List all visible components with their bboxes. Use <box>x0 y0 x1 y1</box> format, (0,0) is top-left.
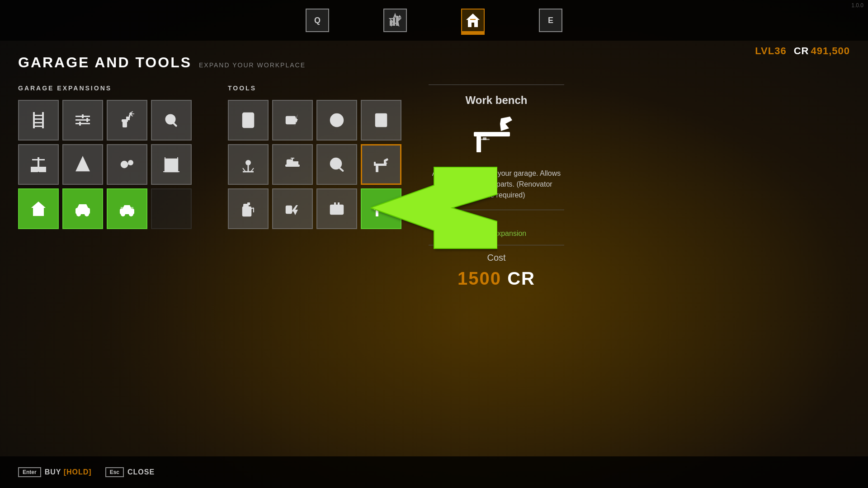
svg-rect-110 <box>332 211 342 213</box>
workbench-tool-icon <box>371 155 391 174</box>
multimeter-icon <box>371 110 391 130</box>
garage-item-empty <box>151 188 192 229</box>
tools-title: TOOLS <box>228 84 401 92</box>
expansion-link[interactable]: Garage Expansion <box>429 230 564 238</box>
svg-rect-116 <box>474 132 510 136</box>
svg-marker-7 <box>466 14 480 27</box>
svg-rect-24 <box>129 115 130 117</box>
tool-jumper[interactable] <box>272 188 313 229</box>
svg-rect-33 <box>32 159 45 160</box>
garage-item-balance[interactable] <box>18 144 59 185</box>
page-title-row: GARAGE AND TOOLS EXPAND YOUR WORKPLACE <box>18 54 850 71</box>
buy-action[interactable]: Enter BUY [HOLD] <box>18 467 92 477</box>
svg-line-28 <box>131 115 133 116</box>
svg-point-89 <box>334 161 338 166</box>
workbench-large-icon <box>469 114 524 159</box>
garage-expansions-panel: GARAGE EXPANSIONS <box>18 84 192 243</box>
svg-rect-50 <box>36 211 41 216</box>
tool-tablet[interactable] <box>228 100 269 141</box>
svg-rect-8 <box>470 19 476 20</box>
top-nav: Q E <box>0 0 868 41</box>
garage-item-ladder[interactable] <box>18 100 59 141</box>
garage-item-spray[interactable] <box>107 100 147 141</box>
nav-tab-stats[interactable] <box>383 9 407 32</box>
svg-rect-111 <box>334 202 336 206</box>
svg-rect-113 <box>374 208 387 210</box>
svg-point-62 <box>247 125 249 127</box>
svg-point-54 <box>85 212 89 216</box>
tool-lift[interactable] <box>228 144 269 185</box>
svg-rect-84 <box>287 160 292 165</box>
svg-rect-108 <box>335 206 338 210</box>
buy-label: BUY [HOLD] <box>45 468 92 476</box>
garage-item-pyramid[interactable] <box>62 144 103 185</box>
buy-key: Enter <box>18 467 41 477</box>
svg-point-78 <box>245 160 251 165</box>
balance-icon <box>28 155 48 174</box>
tool-workbench-purchased[interactable] <box>361 188 401 229</box>
garage-item-car2[interactable] <box>107 188 147 229</box>
svg-point-53 <box>77 212 80 216</box>
svg-rect-21 <box>123 121 127 127</box>
workbench-purchased-icon <box>371 199 391 219</box>
car2-icon <box>117 199 137 219</box>
svg-rect-35 <box>39 167 46 172</box>
close-key: Esc <box>105 467 124 477</box>
spray-icon <box>117 110 137 130</box>
svg-rect-65 <box>287 117 292 123</box>
svg-rect-76 <box>377 124 379 127</box>
tool-engine-scan[interactable] <box>316 144 357 185</box>
workbench-icon-area <box>429 114 564 159</box>
tool-multimeter[interactable] <box>361 100 401 141</box>
tool-disc-brake[interactable] <box>316 100 357 141</box>
svg-rect-119 <box>478 139 490 140</box>
tool-engine-block[interactable] <box>316 188 357 229</box>
nav-tab-e[interactable]: E <box>539 9 562 32</box>
svg-rect-3 <box>390 20 392 26</box>
battery-charger-icon <box>283 110 302 130</box>
garage-item-adjust[interactable] <box>62 100 103 141</box>
nav-tab-garage[interactable] <box>461 9 485 32</box>
svg-rect-75 <box>383 121 386 123</box>
svg-rect-96 <box>376 166 378 172</box>
close-label: CLOSE <box>127 468 155 476</box>
door-icon <box>161 155 181 174</box>
svg-rect-85 <box>293 162 298 164</box>
expansions-section: ▌expansions Garage Expansion <box>429 210 564 238</box>
garage-item-door[interactable] <box>151 144 192 185</box>
house-active-icon <box>28 199 48 219</box>
garage-item-car1[interactable] <box>62 188 103 229</box>
tool-engine-hoist[interactable] <box>272 144 313 185</box>
svg-rect-34 <box>31 167 38 172</box>
svg-rect-114 <box>376 210 378 216</box>
disc-brake-icon <box>327 110 347 130</box>
tool-battery-charger[interactable] <box>272 100 313 141</box>
player-hud: LVL36 CR491,500 <box>755 45 850 57</box>
svg-rect-112 <box>338 202 340 206</box>
tools-panel: TOOLS <box>228 84 401 243</box>
svg-rect-107 <box>332 206 335 210</box>
ladder-icon <box>28 110 48 130</box>
garage-item-house[interactable] <box>18 188 59 229</box>
garage-expansions-title: GARAGE EXPANSIONS <box>18 84 192 92</box>
detail-description: Adds work bench to your garage. Allows t… <box>429 168 564 201</box>
panels-row: GARAGE EXPANSIONS <box>18 84 401 243</box>
svg-rect-5 <box>396 16 398 26</box>
detail-panel: Work bench Adds work bench to your garag… <box>429 84 564 289</box>
tool-workbench-selected[interactable] <box>361 144 401 185</box>
nav-tab-q[interactable]: Q <box>306 9 329 32</box>
svg-rect-20 <box>79 122 81 126</box>
svg-rect-77 <box>380 124 382 127</box>
svg-rect-101 <box>245 209 247 211</box>
gears-icon <box>117 155 137 174</box>
car1-icon <box>73 199 93 219</box>
tool-fuel-can[interactable] <box>228 188 269 229</box>
player-credits: CR491,500 <box>794 45 850 57</box>
svg-rect-90 <box>339 167 344 172</box>
svg-rect-74 <box>380 121 382 123</box>
garage-item-gears[interactable] <box>107 144 147 185</box>
engine-hoist-icon <box>283 155 302 174</box>
garage-item-inspect[interactable] <box>151 100 192 141</box>
svg-point-42 <box>130 162 132 164</box>
close-action[interactable]: Esc CLOSE <box>105 467 155 477</box>
